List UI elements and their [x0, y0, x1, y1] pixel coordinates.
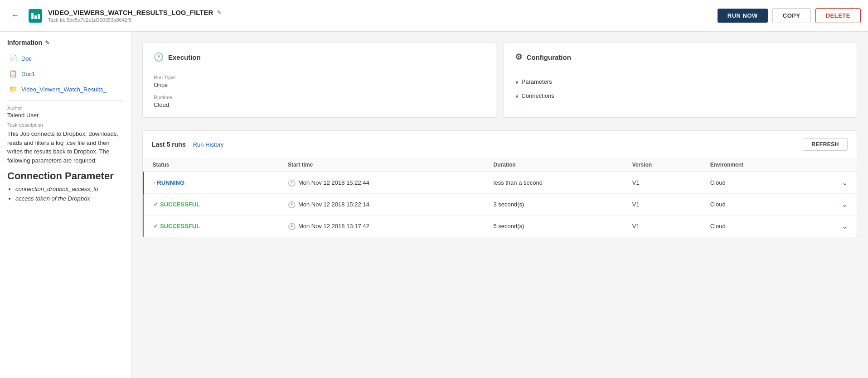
content-area: 🕐 Execution Run Type Once Runtime Cloud …: [131, 32, 868, 378]
duration-cell: 5 second(s): [485, 215, 623, 237]
sidebar-item-doc1-label: Doc1: [21, 71, 35, 77]
sidebar-item-doc[interactable]: 📄 Doc: [7, 52, 124, 65]
top-bar-actions: RUN NOW COPY DELETE: [718, 8, 861, 23]
sidebar-edit-icon[interactable]: ✎: [45, 39, 50, 46]
environment-cell: Cloud: [701, 172, 807, 194]
doc1-icon: 📋: [9, 70, 18, 78]
cards-row: 🕐 Execution Run Type Once Runtime Cloud …: [142, 43, 857, 118]
environment-cell: Cloud: [701, 194, 807, 215]
start-time-cell: 🕐Mon Nov 12 2018 15:22:14: [279, 194, 485, 215]
runs-table-header-row: Status Start time Duration Version Envir…: [144, 158, 857, 172]
task-desc-label: Task description: [7, 122, 124, 128]
col-duration: Duration: [485, 158, 623, 172]
version-cell: V1: [623, 172, 701, 194]
sidebar-item-folder[interactable]: 📁 Video_Viewers_Watch_Results_: [7, 82, 124, 96]
logo-icon: [28, 9, 43, 23]
copy-button[interactable]: COPY: [772, 8, 811, 23]
connection-list-item-0: connection_dropbox_access_to: [15, 185, 124, 194]
expand-cell[interactable]: ⌄: [807, 172, 857, 194]
running-dash-icon: -: [153, 179, 155, 186]
delete-button[interactable]: DELETE: [815, 8, 861, 23]
runs-title: Last 5 runs: [152, 141, 186, 148]
configuration-card: ⚙ Configuration ∨ Parameters ∨ Connectio…: [504, 43, 858, 118]
sidebar-information-label: Information: [7, 39, 42, 46]
start-time-cell: 🕐Mon Nov 12 2018 15:22:44: [279, 172, 485, 194]
status-cell: ✓SUCCESSFUL: [144, 194, 279, 215]
svg-rect-3: [38, 14, 40, 19]
run-type-value: Once: [154, 81, 485, 88]
row-expand-icon[interactable]: ⌄: [842, 222, 848, 230]
parameters-item[interactable]: ∨ Parameters: [515, 75, 846, 89]
success-check-icon: ✓: [153, 201, 158, 208]
duration-cell: 3 second(s): [485, 194, 623, 215]
clock-icon: 🕐: [288, 223, 296, 230]
clock-icon: 🕐: [288, 179, 296, 187]
runs-table: Status Start time Duration Version Envir…: [143, 158, 857, 237]
task-desc-text: This Job connects to Dropbox, downloads,…: [7, 129, 124, 165]
runs-section: Last 5 runs Run History REFRESH Status S…: [142, 130, 857, 237]
parameters-chevron-icon: ∨: [515, 79, 519, 85]
connections-chevron-icon: ∨: [515, 93, 519, 99]
success-check-icon: ✓: [153, 223, 158, 230]
runtime-value: Cloud: [154, 101, 485, 108]
execution-card-header: 🕐 Execution: [154, 52, 485, 66]
table-row: -RUNNING🕐Mon Nov 12 2018 15:22:44less th…: [144, 172, 857, 194]
top-bar: ← VIDEO_VIEWERS_WATCH_RESULTS_LOG_FILTER…: [0, 0, 868, 32]
execution-card: 🕐 Execution Run Type Once Runtime Cloud: [142, 43, 496, 118]
row-expand-icon[interactable]: ⌄: [842, 179, 848, 187]
configuration-icon: ⚙: [515, 52, 522, 62]
configuration-card-header: ⚙ Configuration: [515, 52, 846, 66]
col-expand: [807, 158, 857, 172]
task-edit-icon[interactable]: ✎: [217, 9, 222, 16]
execution-icon: 🕐: [154, 52, 164, 62]
task-title-area: VIDEO_VIEWERS_WATCH_RESULTS_LOG_FILTER ✎…: [48, 9, 222, 23]
run-history-link[interactable]: Run History: [193, 141, 224, 148]
expand-cell[interactable]: ⌄: [807, 215, 857, 237]
col-environment: Environment: [701, 158, 807, 172]
svg-rect-1: [31, 13, 34, 19]
top-bar-left: ← VIDEO_VIEWERS_WATCH_RESULTS_LOG_FILTER…: [7, 9, 718, 23]
sidebar-inner: Information ✎ 📄 Doc 📋 Doc1 📁 Video_Viewe…: [0, 32, 131, 378]
folder-icon: 📁: [9, 85, 18, 93]
runtime-label: Runtime: [154, 95, 485, 100]
connection-list-item-1: access token of the Dropbox: [15, 194, 124, 204]
status-cell: ✓SUCCESSFUL: [144, 215, 279, 237]
author-label: Author: [7, 105, 124, 111]
duration-cell: less than a second: [485, 172, 623, 194]
start-time-value: Mon Nov 12 2018 13:17:42: [298, 223, 369, 230]
row-expand-icon[interactable]: ⌄: [842, 201, 848, 208]
sidebar-item-doc1[interactable]: 📋 Doc1: [7, 67, 124, 81]
start-time-value: Mon Nov 12 2018 15:22:44: [298, 179, 369, 186]
sidebar-item-doc-label: Doc: [21, 55, 32, 62]
connection-title: Connection Parameter: [7, 170, 124, 182]
runs-table-body: -RUNNING🕐Mon Nov 12 2018 15:22:44less th…: [144, 172, 857, 237]
refresh-button[interactable]: REFRESH: [803, 138, 848, 151]
sidebar-item-folder-label: Video_Viewers_Watch_Results_: [21, 86, 107, 93]
run-now-button[interactable]: RUN NOW: [718, 9, 768, 23]
col-start-time: Start time: [279, 158, 485, 172]
run-type-label: Run Type: [154, 75, 485, 80]
environment-cell: Cloud: [701, 215, 807, 237]
author-value: Talend User: [7, 112, 124, 119]
table-row: ✓SUCCESSFUL🕐Mon Nov 12 2018 13:17:425 se…: [144, 215, 857, 237]
col-status: Status: [144, 158, 279, 172]
expand-cell[interactable]: ⌄: [807, 194, 857, 215]
start-time-value: Mon Nov 12 2018 15:22:14: [298, 201, 369, 208]
execution-title: Execution: [168, 53, 201, 61]
parameters-label: Parameters: [522, 78, 552, 85]
start-time-cell: 🕐Mon Nov 12 2018 13:17:42: [279, 215, 485, 237]
main-layout: Information ✎ 📄 Doc 📋 Doc1 📁 Video_Viewe…: [0, 32, 868, 378]
table-row: ✓SUCCESSFUL🕐Mon Nov 12 2018 15:22:143 se…: [144, 194, 857, 215]
sidebar-section-title: Information ✎: [7, 39, 124, 46]
back-button[interactable]: ←: [7, 9, 23, 22]
clock-icon: 🕐: [288, 201, 296, 208]
task-id: Task Id: 5be5a7c2e1d300353a8642f8: [48, 17, 222, 23]
sidebar-divider: [7, 100, 124, 101]
svg-rect-2: [34, 15, 37, 19]
col-version: Version: [623, 158, 701, 172]
runs-header: Last 5 runs Run History REFRESH: [143, 131, 857, 158]
task-title-row: VIDEO_VIEWERS_WATCH_RESULTS_LOG_FILTER ✎: [48, 9, 222, 16]
connections-item[interactable]: ∨ Connections: [515, 89, 846, 103]
task-title: VIDEO_VIEWERS_WATCH_RESULTS_LOG_FILTER: [48, 9, 213, 16]
doc-icon: 📄: [9, 54, 18, 62]
